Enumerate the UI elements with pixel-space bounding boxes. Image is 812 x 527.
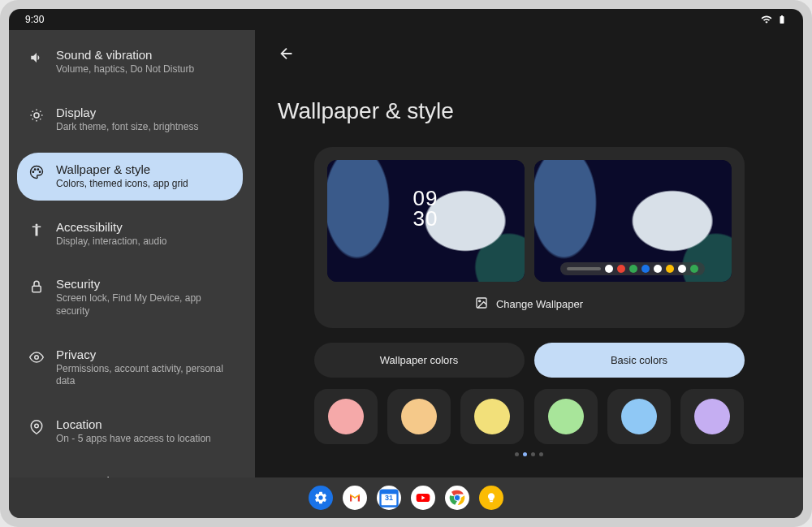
sidebar-item-security[interactable]: Security Screen lock, Find My Device, ap…: [17, 267, 243, 327]
accessibility-icon: [28, 222, 45, 238]
tab-basic-colors[interactable]: Basic colors: [534, 343, 745, 378]
svg-point-1: [32, 171, 34, 173]
svg-point-4: [39, 171, 41, 173]
sidebar-item-label: Security: [56, 277, 231, 291]
svg-point-7: [35, 355, 39, 359]
lock-icon: [28, 279, 45, 295]
sidebar-item-label: Wallpaper & style: [56, 162, 188, 176]
color-swatch-pink[interactable]: [314, 389, 378, 444]
svg-point-3: [37, 169, 39, 171]
color-swatch-orange[interactable]: [387, 389, 451, 444]
taskbar-chrome-icon[interactable]: [445, 486, 469, 510]
sidebar-item-passwords[interactable]: Passwords & accounts Saved passwords, au…: [17, 464, 243, 477]
change-wallpaper-label: Change Wallpaper: [496, 298, 583, 310]
brightness-icon: [28, 107, 45, 123]
home-screen-preview[interactable]: [534, 160, 732, 282]
sidebar-item-subtitle: Colors, themed icons, app grid: [56, 178, 188, 191]
eye-icon: [28, 349, 45, 365]
wallpaper-preview-card: 09 30: [314, 147, 745, 328]
status-time: 9:30: [25, 14, 44, 25]
status-icons: [761, 14, 787, 25]
taskbar: 31: [9, 477, 803, 518]
sidebar-item-label: Accessibility: [56, 220, 167, 234]
settings-sidebar: Sound & vibration Volume, haptics, Do No…: [9, 30, 255, 477]
change-wallpaper-button[interactable]: Change Wallpaper: [327, 293, 732, 315]
lock-screen-clock: 09 30: [413, 188, 438, 228]
taskbar-youtube-icon[interactable]: [411, 486, 435, 510]
home-dock-preview: [560, 262, 705, 275]
screen: 9:30 Sound & vibration Volume, haptics, …: [9, 9, 803, 518]
svg-point-5: [36, 223, 38, 226]
tab-wallpaper-colors[interactable]: Wallpaper colors: [314, 343, 525, 378]
sidebar-item-label: Privacy: [56, 348, 231, 361]
color-swatch-yellow[interactable]: [460, 389, 524, 444]
color-swatch-purple[interactable]: [680, 389, 744, 444]
sidebar-item-label: Location: [56, 417, 211, 431]
svg-point-12: [479, 300, 481, 302]
main-panel: Wallpaper & style 09 30: [255, 30, 803, 477]
taskbar-keep-icon[interactable]: [479, 486, 503, 510]
sidebar-item-subtitle: Permissions, account activity, personal …: [56, 363, 231, 388]
taskbar-settings-icon[interactable]: [309, 486, 333, 510]
sidebar-item-wallpaper[interactable]: Wallpaper & style Colors, themed icons, …: [17, 153, 243, 201]
body-area: Sound & vibration Volume, haptics, Do No…: [9, 30, 803, 477]
sidebar-item-subtitle: On - 5 apps have access to location: [56, 433, 211, 446]
sidebar-item-accessibility[interactable]: Accessibility Display, interaction, audi…: [17, 210, 243, 258]
sidebar-item-subtitle: Volume, haptics, Do Not Disturb: [56, 63, 194, 76]
sidebar-item-subtitle: Screen lock, Find My Device, app securit…: [56, 292, 231, 317]
sidebar-item-sound[interactable]: Sound & vibration Volume, haptics, Do No…: [17, 38, 243, 86]
location-icon: [28, 419, 45, 435]
sidebar-item-location[interactable]: Location On - 5 apps have access to loca…: [17, 408, 243, 456]
color-swatches: [314, 389, 745, 444]
sidebar-item-subtitle: Dark theme, font size, brightness: [56, 121, 198, 134]
color-tabs: Wallpaper colors Basic colors: [314, 343, 745, 378]
svg-point-2: [34, 169, 36, 171]
page-indicator: [278, 452, 780, 456]
image-icon: [475, 296, 488, 312]
color-swatch-blue[interactable]: [607, 389, 671, 444]
device-frame: 9:30 Sound & vibration Volume, haptics, …: [0, 0, 812, 527]
back-button[interactable]: [278, 45, 296, 66]
sidebar-item-label: Display: [56, 106, 198, 119]
svg-point-0: [34, 113, 39, 118]
sidebar-item-subtitle: Display, interaction, audio: [56, 235, 167, 248]
taskbar-gmail-icon[interactable]: [343, 486, 367, 510]
sidebar-item-label: Sound & vibration: [56, 48, 194, 62]
svg-rect-6: [32, 287, 41, 293]
battery-icon: [777, 14, 787, 25]
page-title: Wallpaper & style: [278, 98, 780, 124]
svg-point-8: [35, 424, 39, 428]
volume-icon: [28, 50, 45, 66]
status-bar: 9:30: [9, 9, 803, 30]
sidebar-item-display[interactable]: Display Dark theme, font size, brightnes…: [17, 96, 243, 144]
color-swatch-green[interactable]: [534, 389, 598, 444]
sidebar-item-privacy[interactable]: Privacy Permissions, account activity, p…: [17, 338, 243, 398]
taskbar-calendar-icon[interactable]: 31: [377, 486, 401, 510]
palette-icon: [28, 164, 45, 180]
svg-point-18: [454, 495, 460, 500]
wifi-icon: [761, 14, 772, 25]
lock-screen-preview[interactable]: 09 30: [327, 160, 525, 282]
calendar-day: 31: [385, 494, 393, 502]
